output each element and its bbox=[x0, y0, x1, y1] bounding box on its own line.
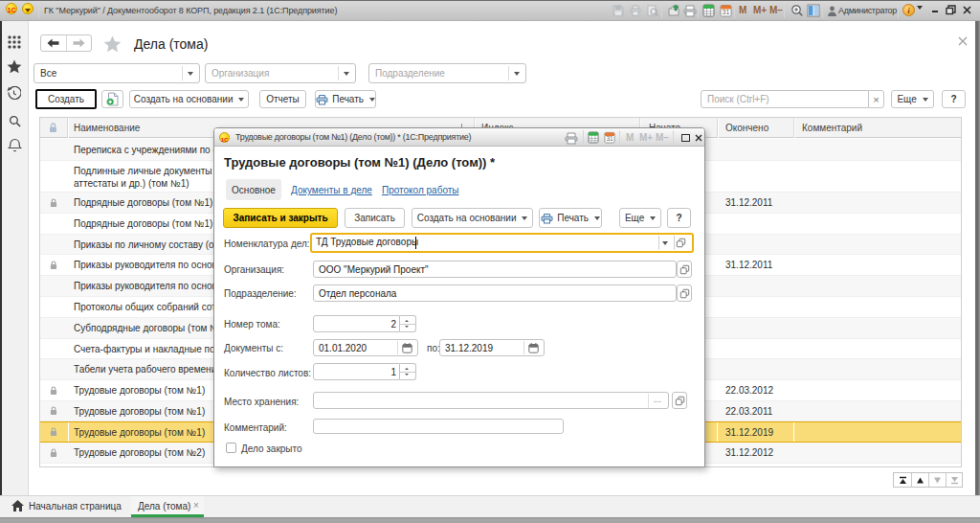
svg-text:31: 31 bbox=[606, 135, 613, 142]
svg-text:31: 31 bbox=[723, 9, 730, 15]
